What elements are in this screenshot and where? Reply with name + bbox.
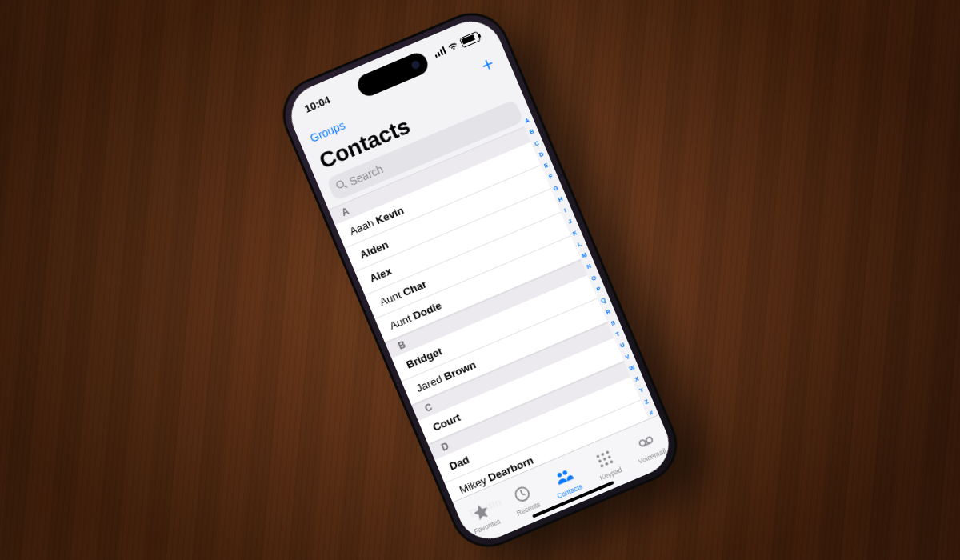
svg-point-8: [607, 455, 611, 459]
svg-point-5: [606, 450, 610, 454]
index-letter[interactable]: P: [593, 284, 605, 294]
search-placeholder: Search: [347, 162, 385, 188]
desk-background: 10:04 Groups ＋: [0, 0, 960, 560]
svg-point-10: [605, 462, 609, 466]
index-letter[interactable]: H: [554, 194, 566, 205]
index-letter[interactable]: F: [545, 171, 557, 182]
index-letter[interactable]: L: [574, 239, 586, 250]
index-letter[interactable]: Y: [636, 385, 648, 395]
index-letter[interactable]: O: [588, 273, 600, 283]
index-letter[interactable]: M: [578, 250, 590, 261]
screen: 10:04 Groups ＋: [282, 12, 678, 549]
battery-icon: [459, 30, 481, 47]
index-letter[interactable]: K: [569, 228, 581, 238]
svg-point-7: [602, 457, 606, 461]
index-letter[interactable]: S: [607, 318, 619, 328]
index-letter[interactable]: Z: [641, 396, 653, 406]
svg-point-6: [598, 459, 602, 463]
index-letter[interactable]: V: [622, 351, 634, 362]
phone: 10:04 Groups ＋: [271, 1, 689, 558]
svg-point-9: [600, 464, 604, 468]
svg-point-0: [336, 180, 345, 189]
svg-point-4: [601, 453, 605, 457]
status-time: 10:04: [302, 94, 331, 115]
search-icon: [334, 178, 349, 194]
index-letter[interactable]: B: [526, 126, 538, 137]
index-letter[interactable]: I: [559, 206, 571, 216]
index-letter[interactable]: E: [540, 160, 552, 170]
index-letter[interactable]: A: [522, 115, 534, 126]
index-letter[interactable]: D: [535, 149, 547, 159]
index-letter[interactable]: R: [602, 306, 614, 317]
index-letter[interactable]: X: [631, 374, 643, 384]
cellular-icon: [433, 46, 446, 58]
index-letter[interactable]: G: [550, 183, 562, 194]
wifi-icon: [446, 41, 460, 53]
svg-point-3: [596, 454, 600, 458]
index-letter[interactable]: C: [530, 138, 542, 148]
index-letter[interactable]: W: [626, 362, 638, 373]
index-letter[interactable]: U: [617, 340, 629, 350]
index-letter[interactable]: N: [583, 262, 595, 272]
index-letter[interactable]: T: [612, 329, 624, 339]
svg-point-11: [610, 460, 614, 464]
index-letter[interactable]: J: [564, 217, 576, 227]
svg-line-1: [343, 185, 346, 188]
index-letter[interactable]: Q: [598, 295, 610, 306]
